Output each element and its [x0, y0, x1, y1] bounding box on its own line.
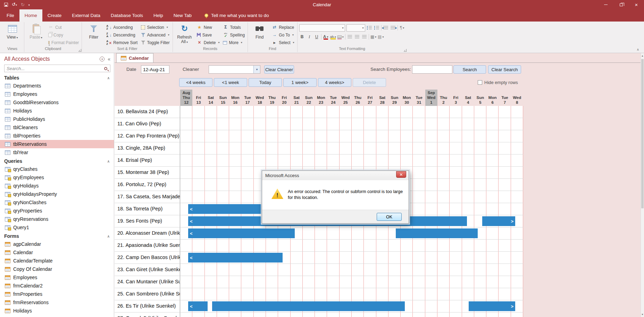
- property-label[interactable]: 27. Gregal, 5 (Ulrike Suenkel): [115, 312, 180, 317]
- highlight-color-button[interactable]: ab▾: [330, 34, 336, 40]
- nav-item-qryholidays[interactable]: qryHolidays: [0, 182, 114, 190]
- hide-empty-rows-checkbox[interactable]: Hide empty rows: [478, 80, 518, 85]
- shutter-bar-close-button[interactable]: «: [108, 56, 110, 62]
- reservation-bar[interactable]: >: [469, 301, 515, 311]
- clear-search-button[interactable]: Clear Search: [488, 65, 521, 74]
- save-record-button[interactable]: Save: [196, 31, 221, 39]
- redo-button[interactable]: ↻: [21, 0, 25, 9]
- tab-calendar[interactable]: Calendar: [116, 53, 153, 62]
- select-button[interactable]: ▸Select▾: [271, 39, 295, 46]
- collapse-ribbon-button[interactable]: ∧: [637, 48, 639, 51]
- property-label[interactable]: 25. Can Sombrero (Ulrike Suenkel): [115, 288, 180, 300]
- font-size-select[interactable]: ▾: [346, 24, 365, 32]
- ascending-button[interactable]: AZ↓Ascending: [105, 24, 139, 31]
- row-grid[interactable]: [180, 312, 523, 317]
- reservation-bar[interactable]: <: [188, 228, 295, 238]
- row-grid[interactable]: <: [180, 252, 523, 264]
- gridlines-button[interactable]: ▦▾: [370, 34, 376, 40]
- save-icon[interactable]: [4, 3, 8, 7]
- delete-record-button[interactable]: ×Delete▾: [196, 39, 221, 46]
- tab-create[interactable]: Create: [42, 9, 67, 22]
- customize-quick-access-icon[interactable]: ▾: [28, 0, 30, 10]
- numbering-button[interactable]: [374, 25, 380, 31]
- nav-item-calendar[interactable]: Calendar: [0, 248, 114, 257]
- more-button[interactable]: More▾: [222, 39, 246, 46]
- tab-new-tab[interactable]: New Tab: [168, 9, 197, 22]
- reservation-bar[interactable]: <: [188, 253, 283, 262]
- nav-item-qryholidaysproperty[interactable]: qryHolidaysProperty: [0, 190, 114, 198]
- bullets-button[interactable]: [367, 25, 373, 31]
- row-grid[interactable]: [180, 288, 523, 300]
- property-label[interactable]: 21. Apasionada (Ulrike Suenkel): [115, 240, 180, 252]
- property-label[interactable]: 15. Montemar 38 (Pep): [115, 167, 180, 179]
- nav-button-4-weeks-[interactable]: 4 weeks>: [318, 78, 351, 87]
- alternate-row-color-button[interactable]: ▤▾: [378, 34, 384, 40]
- undo-button[interactable]: ↺▾: [12, 0, 17, 10]
- align-center-button[interactable]: [354, 34, 360, 40]
- row-grid[interactable]: [180, 276, 523, 288]
- property-label[interactable]: 14. Erisal (Pep): [115, 155, 180, 167]
- minimize-button[interactable]: [598, 0, 613, 9]
- nav-item-holidays[interactable]: Holidays: [0, 307, 114, 315]
- reservation-bar[interactable]: [212, 301, 405, 311]
- nav-item-frmproperties[interactable]: frmProperties: [0, 290, 114, 298]
- spelling-button[interactable]: abc✓Spelling: [222, 31, 246, 39]
- dialog-launcher-icon[interactable]: [404, 49, 407, 52]
- nav-item-tblproperties[interactable]: tblProperties: [0, 132, 114, 140]
- reservation-bar[interactable]: >: [482, 216, 515, 226]
- property-label[interactable]: 23. Can Giret (Ulrike Suenkel): [115, 264, 180, 276]
- decrease-indent-button[interactable]: ◂: [383, 25, 389, 31]
- row-grid[interactable]: [180, 264, 523, 276]
- italic-button[interactable]: I: [307, 34, 312, 40]
- property-label[interactable]: 19. Ses Fonts (Pep): [115, 215, 180, 227]
- nav-item-employees[interactable]: Employees: [0, 90, 114, 98]
- dialog-close-button[interactable]: ✕: [396, 171, 406, 178]
- checkbox-icon[interactable]: [478, 80, 482, 85]
- font-family-select[interactable]: ▾: [299, 24, 345, 32]
- nav-item-tblyear[interactable]: tblYear: [0, 148, 114, 157]
- tab-external-data[interactable]: External Data: [67, 9, 106, 22]
- toggle-filter-button[interactable]: Toggle Filter: [140, 39, 170, 46]
- nav-pane-menu-icon[interactable]: ▾: [100, 57, 104, 61]
- view-button[interactable]: View▾: [2, 23, 22, 47]
- nav-item-copy of calendar[interactable]: Copy Of Calendar: [0, 265, 114, 273]
- property-label[interactable]: 22. Camp Den Bascos (Ulrike Suenkel): [115, 252, 180, 264]
- nav-item-holidays[interactable]: Holidays: [0, 107, 114, 115]
- nav-item-frmreservations[interactable]: frmReservations: [0, 298, 114, 307]
- scroll-up-arrow-icon[interactable]: ▲: [641, 53, 644, 58]
- nav-item-publicholidays[interactable]: PublicHolidays: [0, 115, 114, 123]
- nav-item-tblcleaners[interactable]: tblCleaners: [0, 123, 114, 132]
- nav-item-employees[interactable]: Employees: [0, 273, 114, 282]
- property-label[interactable]: 16. Portoluz, 72 (Pep): [115, 179, 180, 191]
- nav-item-qryclashes[interactable]: qryClashes: [0, 165, 114, 173]
- scrollbar-thumb[interactable]: [641, 59, 644, 208]
- reservation-bar[interactable]: [396, 228, 478, 238]
- nav-item-frmcalendar2[interactable]: frmCalendar2: [0, 282, 114, 290]
- property-label[interactable]: 24. Can Muntaner (Ulrike Suenkel): [115, 276, 180, 288]
- format-painter-button[interactable]: Format Painter: [47, 39, 80, 46]
- replace-button[interactable]: ⇄Replace: [271, 24, 295, 31]
- nav-section-header-queries[interactable]: Queries∧: [0, 157, 114, 165]
- property-label[interactable]: 10. Bellavista 24 (Pep): [115, 106, 180, 118]
- nav-item-calendartemplate[interactable]: CalendarTemplate: [0, 257, 114, 265]
- row-grid[interactable]: [180, 142, 523, 155]
- new-record-button[interactable]: ★New: [196, 24, 221, 31]
- scroll-down-arrow-icon[interactable]: ▼: [641, 312, 644, 317]
- selection-button[interactable]: Selection▾: [140, 24, 170, 31]
- nav-item-tblreservations[interactable]: tblReservations: [0, 140, 114, 148]
- property-label[interactable]: 11. Can Olivo (Pep): [115, 118, 180, 130]
- nav-search-input[interactable]: [5, 66, 104, 71]
- remove-sort-button[interactable]: AZ×Remove Sort: [105, 39, 139, 46]
- text-direction-button[interactable]: ¶▾: [399, 25, 405, 31]
- property-label[interactable]: 18. Sa Torreta (Pep): [115, 203, 180, 215]
- ok-button[interactable]: OK: [377, 213, 402, 221]
- row-grid[interactable]: [180, 130, 523, 142]
- chevron-down-icon[interactable]: ▾: [253, 66, 260, 73]
- clear-cleaner-button[interactable]: Clear Cleaner: [264, 65, 294, 74]
- nav-item-qryproperties[interactable]: qryProperties: [0, 207, 114, 215]
- search-icon[interactable]: [104, 67, 107, 70]
- restore-button[interactable]: [613, 0, 629, 9]
- align-right-button[interactable]: [361, 34, 367, 40]
- reservation-bar[interactable]: <: [188, 301, 208, 311]
- increase-indent-button[interactable]: ▸: [390, 25, 396, 31]
